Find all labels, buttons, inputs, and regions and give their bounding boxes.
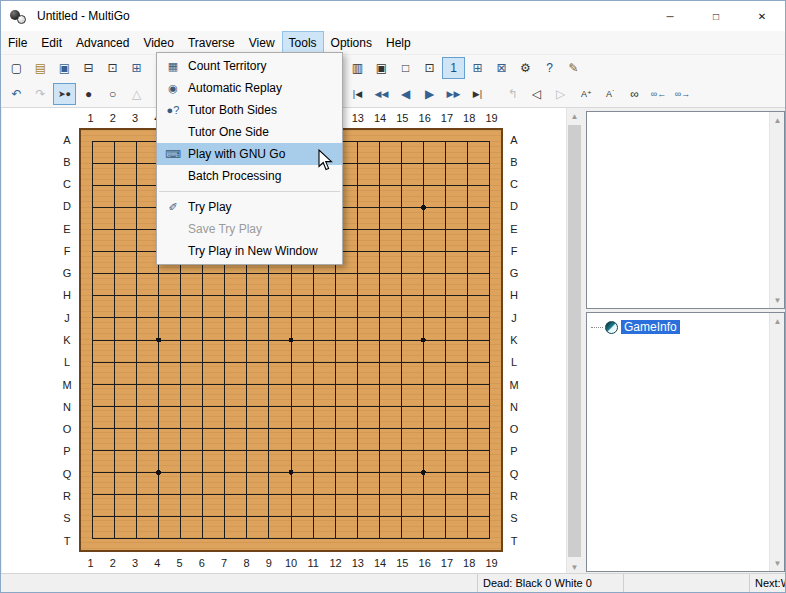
row-label-right: Q	[505, 467, 523, 481]
scroll-down-icon[interactable]: ▼	[770, 292, 785, 308]
show-variations-icon[interactable]: ▣	[370, 57, 393, 79]
col-label-bottom: 18	[460, 556, 478, 570]
menu-view[interactable]: View	[242, 31, 282, 54]
close-button[interactable]: ✕	[739, 1, 785, 31]
tree-item-label: GameInfo	[621, 320, 680, 334]
tools-menu-popup: ▦Count Territory◉Automatic Replay●?Tutor…	[156, 52, 343, 265]
col-label-top: 13	[349, 111, 367, 125]
col-label-bottom: 15	[393, 556, 411, 570]
multigo-window: Untitled - MultiGo ─□✕ FileEditAdvancedV…	[0, 0, 786, 593]
menu-item-try-play[interactable]: ✐Try Play	[157, 196, 342, 218]
row-label-left: O	[58, 422, 76, 436]
col-label-bottom: 3	[126, 556, 144, 570]
black-stone-icon[interactable]: ●	[77, 83, 100, 105]
col-label-top: 1	[82, 111, 100, 125]
menu-item-tutor-both-sides[interactable]: ●?Tutor Both Sides	[157, 99, 342, 121]
menu-item-try-play-in-new-window[interactable]: Try Play in New Window	[157, 240, 342, 262]
scroll-up-icon[interactable]: ▲	[567, 108, 582, 124]
col-label-bottom: 17	[438, 556, 456, 570]
fast-backward-icon[interactable]: ◀◀	[370, 83, 393, 105]
print-icon[interactable]: ⊟	[77, 57, 100, 79]
scroll-thumb[interactable]	[568, 125, 581, 557]
white-stone-icon[interactable]: ○	[101, 83, 124, 105]
status-section-spare	[624, 574, 750, 592]
scroll-up-icon[interactable]: ▲	[770, 112, 785, 128]
new-file-icon[interactable]: ▢	[5, 57, 28, 79]
menu-options[interactable]: Options	[324, 31, 379, 54]
menu-file[interactable]: File	[1, 31, 34, 54]
menu-item-batch-processing[interactable]: Batch Processing	[157, 165, 342, 187]
app-icon[interactable]	[10, 8, 27, 25]
next-marked-icon[interactable]: ▷	[549, 83, 572, 105]
find-icon[interactable]: ∞	[623, 83, 646, 105]
open-file-icon[interactable]: ▤	[29, 57, 52, 79]
minimize-button[interactable]: ─	[647, 1, 693, 31]
menu-tools[interactable]: Tools	[282, 31, 324, 54]
status-dead-counts: Dead: Black 0 White 0	[478, 574, 624, 592]
menu-item-label: Play with GNU Go	[188, 147, 285, 161]
scroll-down-icon[interactable]: ▼	[770, 555, 785, 571]
titlebar: Untitled - MultiGo ─□✕	[1, 1, 785, 31]
wrench-icon[interactable]: ⚙	[514, 57, 537, 79]
find-next-icon[interactable]: ∞→	[671, 83, 694, 105]
fast-forward-icon[interactable]: ▶▶	[442, 83, 465, 105]
previous-marked-icon[interactable]: ◁	[525, 83, 548, 105]
try-play-icon: ✐	[162, 201, 184, 214]
hide-marks-icon[interactable]: □	[394, 57, 417, 79]
row-label-right: C	[505, 177, 523, 191]
undo-icon[interactable]: ↶	[5, 83, 28, 105]
add-mark-icon[interactable]: A˙	[599, 83, 622, 105]
find-previous-icon[interactable]: ∞←	[647, 83, 670, 105]
board-vertical-scrollbar[interactable]: ▲ ▼	[566, 108, 582, 575]
comment-scrollbar[interactable]: ▲ ▼	[769, 112, 784, 308]
row-label-left: Q	[58, 467, 76, 481]
menu-item-label: Batch Processing	[188, 169, 281, 183]
scroll-up-icon[interactable]: ▲	[770, 313, 785, 329]
redo-icon[interactable]: ↷	[29, 83, 52, 105]
status-next-player: Next:W	[750, 574, 785, 592]
row-label-left: C	[58, 177, 76, 191]
save-icon[interactable]: ▣	[53, 57, 76, 79]
go-stone-icon	[605, 321, 618, 334]
row-label-left: T	[58, 534, 76, 548]
menu-item-label: Tutor Both Sides	[188, 103, 277, 117]
menu-traverse[interactable]: Traverse	[181, 31, 242, 54]
play-move-tool-icon[interactable]: ➤●	[53, 83, 76, 105]
copy-board-icon[interactable]: ⊞	[125, 57, 148, 79]
menu-item-play-with-gnu-go[interactable]: ⌨Play with GNU Go	[157, 143, 342, 165]
row-label-right: A	[505, 133, 523, 147]
menu-advanced[interactable]: Advanced	[69, 31, 136, 54]
menu-help[interactable]: Help	[379, 31, 418, 54]
add-label-icon[interactable]: A⁺	[575, 83, 598, 105]
col-label-bottom: 8	[237, 556, 255, 570]
menu-video[interactable]: Video	[136, 31, 180, 54]
next-move-icon[interactable]: ▶	[418, 83, 441, 105]
col-label-top: 17	[438, 111, 456, 125]
show-move-numbers-icon[interactable]: 1	[442, 57, 465, 79]
maximize-button[interactable]: □	[693, 1, 739, 31]
menu-item-save-try-play[interactable]: Save Try Play	[157, 218, 342, 240]
pencil-icon[interactable]: ✎	[562, 57, 585, 79]
row-label-right: F	[505, 244, 523, 258]
show-marks-icon[interactable]: ⊡	[418, 57, 441, 79]
number-forward-icon[interactable]: ⊞	[466, 57, 489, 79]
menu-item-tutor-one-side[interactable]: Tutor One Side	[157, 121, 342, 143]
col-label-bottom: 4	[148, 556, 166, 570]
tree-item-gameinfo[interactable]: GameInfo	[591, 320, 680, 334]
up-branch-icon[interactable]: ↰	[501, 83, 524, 105]
context-help-icon[interactable]: ?	[538, 57, 561, 79]
col-label-bottom: 1	[82, 556, 100, 570]
menu-item-automatic-replay[interactable]: ◉Automatic Replay	[157, 77, 342, 99]
menu-edit[interactable]: Edit	[34, 31, 69, 54]
print-preview-icon[interactable]: ⊡	[101, 57, 124, 79]
menu-item-count-territory[interactable]: ▦Count Territory	[157, 55, 342, 77]
triangle-mark-icon[interactable]: △	[125, 83, 148, 105]
comment-panel[interactable]: ▲ ▼	[586, 111, 785, 309]
play-with-gnu-go-icon: ⌨	[162, 148, 184, 161]
last-move-icon[interactable]: ▶|	[466, 83, 489, 105]
first-move-icon[interactable]: |◀	[346, 83, 369, 105]
board-panel-icon[interactable]: ▥	[346, 57, 369, 79]
number-backward-icon[interactable]: ⊠	[490, 57, 513, 79]
tree-scrollbar[interactable]: ▲ ▼	[769, 313, 784, 571]
previous-move-icon[interactable]: ◀	[394, 83, 417, 105]
